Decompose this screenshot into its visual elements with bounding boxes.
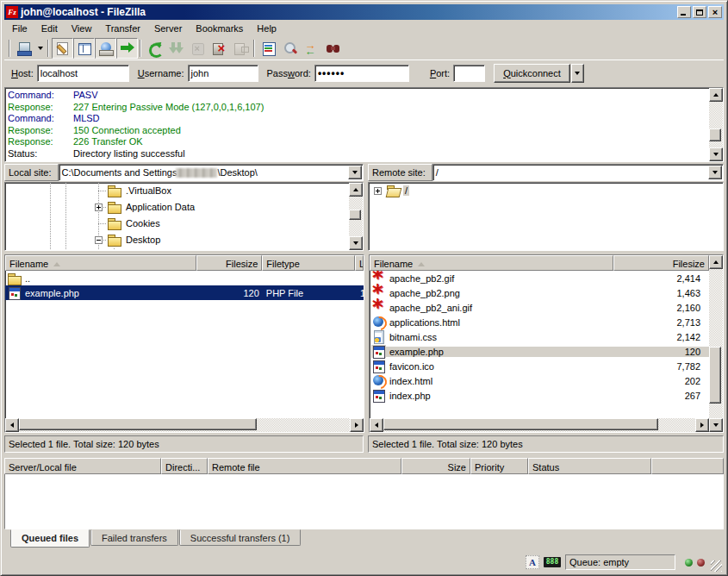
scroll-down-button[interactable] [349, 236, 363, 250]
column-filename[interactable]: Filename [370, 255, 613, 271]
sync-browsing-button[interactable] [301, 38, 322, 59]
column-server-local-file[interactable]: Server/Local file [4, 458, 161, 474]
reconnect-button[interactable] [230, 38, 252, 59]
column-direction[interactable]: Directi... [161, 458, 208, 474]
cancel-button[interactable] [187, 38, 208, 59]
tab-failed-transfers[interactable]: Failed transfers [90, 529, 178, 546]
username-input[interactable]: john [188, 65, 258, 82]
process-queue-button[interactable] [165, 38, 187, 59]
find-files-button[interactable] [322, 38, 344, 59]
scroll-down-button[interactable] [709, 418, 723, 432]
column-last-modified[interactable]: L [355, 255, 364, 271]
file-row[interactable]: applications.html2,713 [370, 315, 709, 329]
file-row[interactable]: favicon.ico7,782 [370, 359, 709, 373]
tab-queued-files[interactable]: Queued files [10, 529, 90, 548]
file-row-selected[interactable]: example.php120 [370, 344, 709, 359]
comparison-button[interactable] [279, 38, 301, 59]
scroll-track[interactable] [383, 418, 695, 432]
remote-list-hscrollbar[interactable] [370, 418, 709, 432]
column-filesize[interactable]: Filesize [613, 255, 709, 271]
column-priority[interactable]: Priority [470, 458, 528, 474]
tree-item-virtualbox[interactable]: .VirtualBox [5, 183, 349, 199]
scroll-down-button[interactable] [709, 147, 723, 161]
scroll-thumb[interactable] [19, 418, 257, 430]
file-row-example-php[interactable]: example.php 120 PHP File 1 [5, 285, 364, 300]
file-row[interactable]: index.php267 [370, 388, 709, 403]
file-row[interactable]: apache_pb2.png1,463 [370, 285, 709, 300]
minimize-button[interactable] [677, 6, 691, 18]
tree-item-cookies[interactable]: Cookies [5, 216, 349, 232]
collapse-icon[interactable] [95, 236, 103, 244]
password-input[interactable]: •••••• [314, 65, 409, 82]
menu-help[interactable]: Help [250, 21, 283, 36]
toggle-queue-button[interactable] [116, 38, 138, 59]
site-manager-dropdown[interactable] [34, 38, 46, 59]
scroll-track[interactable] [349, 197, 363, 236]
scroll-up-button[interactable] [349, 183, 363, 197]
scroll-track[interactable] [709, 102, 723, 147]
local-site-combo[interactable]: C:\Documents and Settings\Desktop\ [59, 164, 364, 181]
tab-successful-transfers[interactable]: Successful transfers (1) [179, 529, 302, 546]
menu-file[interactable]: File [5, 21, 34, 36]
queue-status: Queue: empty [565, 554, 675, 570]
scroll-thumb[interactable] [709, 128, 721, 141]
scroll-right-button[interactable] [350, 418, 364, 432]
file-row[interactable]: apache_pb2.gif2,414 [370, 271, 709, 285]
scroll-left-button[interactable] [370, 418, 383, 432]
column-status[interactable]: Status [528, 458, 651, 474]
scroll-thumb[interactable] [709, 347, 721, 404]
column-filetype[interactable]: Filetype [262, 255, 355, 271]
port-input[interactable] [453, 65, 485, 82]
site-manager-button[interactable] [13, 38, 34, 59]
remote-list-vscrollbar[interactable] [709, 255, 723, 432]
menu-transfer[interactable]: Transfer [98, 21, 147, 36]
file-row[interactable]: bitnami.css2,142 [370, 329, 709, 344]
expand-icon[interactable] [374, 187, 382, 195]
quickconnect-button[interactable]: Quickconnect [494, 64, 570, 83]
scroll-thumb[interactable] [349, 210, 361, 220]
menu-edit[interactable]: Edit [34, 21, 65, 36]
quickconnect-dropdown[interactable] [571, 64, 584, 83]
scroll-up-button[interactable] [709, 255, 723, 269]
scroll-right-button[interactable] [695, 418, 709, 432]
tree-item-application-data[interactable]: Application Data [5, 199, 349, 216]
toolbar-grip [9, 40, 10, 57]
close-button[interactable]: × [708, 6, 722, 18]
file-row[interactable]: index.html202 [370, 373, 709, 388]
menu-bookmarks[interactable]: Bookmarks [189, 21, 250, 36]
expand-icon[interactable] [95, 203, 103, 211]
scroll-thumb[interactable] [383, 418, 658, 430]
log-scrollbar[interactable] [709, 88, 723, 161]
local-site-dropdown[interactable] [348, 166, 362, 179]
scroll-track[interactable] [709, 269, 723, 418]
toggle-message-log-button[interactable] [52, 38, 73, 59]
toggle-local-tree-button[interactable] [73, 38, 95, 59]
menu-view[interactable]: View [65, 21, 99, 36]
column-filename[interactable]: Filename [5, 255, 196, 271]
file-row[interactable]: apache_pb2_ani.gif2,160 [370, 300, 709, 315]
filter-button[interactable] [258, 38, 279, 59]
disconnect-button[interactable] [208, 38, 230, 59]
tree-item-root[interactable]: / [369, 183, 723, 199]
column-size[interactable]: Size [401, 458, 470, 474]
column-remote-file[interactable]: Remote file [208, 458, 401, 474]
selection-status-row: Selected 1 file. Total size: 120 bytes S… [4, 435, 724, 453]
title-bar[interactable]: Fz john@localhost - FileZilla × [4, 4, 724, 20]
scroll-up-button[interactable] [709, 88, 723, 102]
file-row-parent[interactable]: .. [5, 271, 364, 285]
resize-grip[interactable] [711, 560, 722, 572]
column-filesize[interactable]: Filesize [196, 255, 262, 271]
maximize-button[interactable] [693, 6, 706, 18]
scroll-left-button[interactable] [5, 418, 19, 432]
local-list-hscrollbar[interactable] [5, 418, 364, 432]
refresh-button[interactable] [144, 38, 165, 59]
scroll-track[interactable] [19, 418, 350, 432]
host-input[interactable]: localhost [37, 65, 129, 82]
local-tree-scrollbar[interactable] [349, 183, 363, 250]
remote-site-combo[interactable]: / [432, 164, 724, 181]
toggle-remote-tree-button[interactable] [95, 38, 116, 59]
remote-site-dropdown[interactable] [708, 166, 722, 179]
message-log: Command:PASV Response:227 Entering Passi… [4, 87, 724, 162]
tree-item-desktop[interactable]: Desktop [5, 232, 349, 248]
menu-server[interactable]: Server [147, 21, 189, 36]
